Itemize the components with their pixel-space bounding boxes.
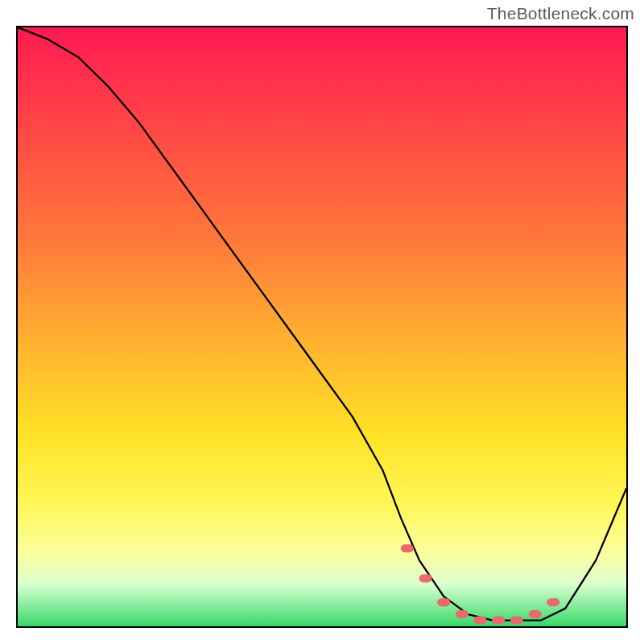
watermark-text: TheBottleneck.com: [487, 4, 634, 23]
curve-overlay: [18, 27, 626, 626]
curve-marker: [419, 575, 432, 583]
curve-marker: [474, 617, 487, 625]
curve-marker: [492, 617, 505, 625]
curve-marker: [437, 598, 450, 606]
curve-marker: [529, 610, 542, 618]
plot-frame: [16, 26, 628, 628]
curve-marker: [401, 544, 414, 552]
curve-marker: [510, 617, 523, 625]
bottleneck-curve: [18, 27, 626, 621]
curve-marker: [456, 610, 469, 618]
curve-marker: [547, 598, 559, 606]
chart-root: TheBottleneck.com: [0, 0, 644, 644]
marker-group: [401, 544, 559, 624]
